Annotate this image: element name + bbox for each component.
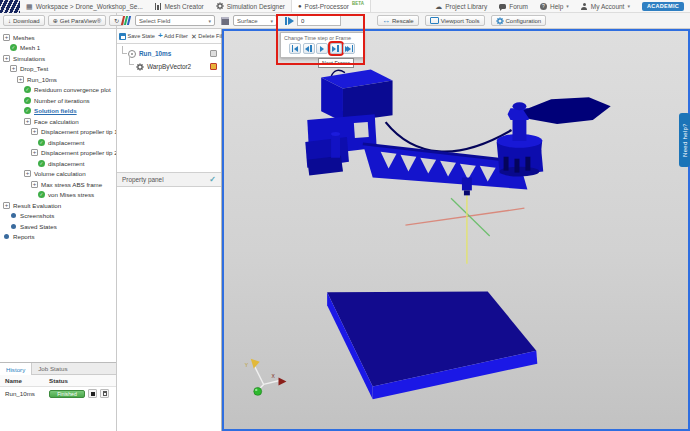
- person-icon: [581, 3, 588, 10]
- property-panel-header[interactable]: Property panel ✓: [117, 172, 221, 187]
- my-account-menu[interactable]: My Account ▾: [575, 3, 636, 10]
- expand-icon[interactable]: +: [31, 149, 38, 156]
- frame-number-input[interactable]: [297, 15, 341, 26]
- tree-item-simulations[interactable]: +Simulations: [0, 53, 116, 64]
- forum-link[interactable]: Forum: [493, 3, 534, 10]
- pipeline-status-icon[interactable]: [210, 50, 217, 57]
- next-frame-button[interactable]: [330, 43, 342, 54]
- delete-button[interactable]: [100, 389, 109, 398]
- filter-status-icon[interactable]: [210, 63, 217, 70]
- render-viewport[interactable]: Y X: [222, 29, 690, 431]
- tree-item-number-iterations[interactable]: ✓Number of iterations: [0, 95, 116, 106]
- apply-check-icon[interactable]: ✓: [209, 175, 216, 184]
- bullet-icon: [4, 234, 9, 239]
- workspace-label: Workspace > Drone_Workshop_Se...: [36, 3, 143, 10]
- tree-item-disp-prop-tip-2[interactable]: +Displacement propeller tip 2: [0, 148, 116, 159]
- cloud-icon: ☁: [435, 3, 442, 10]
- tab-history[interactable]: History: [0, 363, 32, 375]
- paraview-logo-icon: [121, 16, 131, 25]
- column-name: Name: [5, 377, 49, 384]
- get-paraview-button[interactable]: ⊕ Get ParaView®: [48, 15, 106, 26]
- top-navbar: ▦ Workspace > Drone_Workshop_Se... Mesh …: [0, 0, 690, 13]
- tree-item-drop-test[interactable]: +Drop_Test: [0, 64, 116, 75]
- chevron-down-icon: ▾: [208, 18, 211, 24]
- drone-model: [305, 70, 610, 196]
- check-icon: ✓: [38, 139, 45, 146]
- save-state-button[interactable]: Save State: [119, 33, 155, 40]
- tree-item-face-calculation[interactable]: +Face calculation: [0, 116, 116, 127]
- configuration-button[interactable]: Configuration: [491, 15, 547, 26]
- history-tabs: History Job Status: [0, 363, 116, 375]
- play-button[interactable]: [316, 43, 328, 54]
- workspace-breadcrumb[interactable]: ▦ Workspace > Drone_Workshop_Se...: [20, 0, 149, 12]
- mesh-creator-icon: [155, 3, 162, 10]
- tree-item-displacement-2[interactable]: ✓displacement: [0, 158, 116, 169]
- configuration-gear-icon: [496, 17, 504, 25]
- app-logo[interactable]: [0, 0, 20, 13]
- academic-badge: ACADEMIC: [642, 2, 684, 11]
- chevron-down-icon: ▾: [627, 3, 630, 9]
- step-frame-icon[interactable]: [285, 17, 294, 25]
- tab-simulation-designer[interactable]: Simulation Designer: [210, 0, 291, 12]
- check-icon: ✓: [10, 44, 17, 51]
- tree-item-reports[interactable]: Reports: [0, 232, 116, 243]
- add-filter-button[interactable]: + Add Filter: [158, 32, 188, 40]
- speech-bubble-icon: [499, 4, 506, 9]
- run-name: Run_10ms: [5, 390, 49, 397]
- tree-item-solution-fields[interactable]: ✓Solution fields: [0, 106, 116, 117]
- bullet-icon: [11, 213, 16, 218]
- tab-post-processor[interactable]: ● Post-Processor BETA: [291, 0, 371, 12]
- table-row[interactable]: Run_10ms Finished: [0, 387, 116, 400]
- tab-job-status[interactable]: Job Status: [32, 363, 73, 374]
- tree-connector: [122, 46, 127, 54]
- need-help-tab[interactable]: Need help?: [679, 113, 690, 167]
- tree-item-max-stress-abs-frame[interactable]: +Max stress ABS frame: [0, 179, 116, 190]
- representation-cube-icon: [221, 17, 229, 25]
- tree-item-screenshots[interactable]: Screenshots: [0, 211, 116, 222]
- tree-item-run-10ms[interactable]: +Run_10ms: [0, 74, 116, 85]
- first-frame-button[interactable]: [289, 43, 301, 54]
- x-axis-label: X: [272, 374, 276, 379]
- expand-icon[interactable]: +: [3, 55, 10, 62]
- tree-item-disp-prop-tip-1[interactable]: +Displacement propeller tip 1: [0, 127, 116, 138]
- tree-item-displacement-1[interactable]: ✓displacement: [0, 137, 116, 148]
- tree-item-residuum-plot[interactable]: ✓Residuum convergence plot: [0, 85, 116, 96]
- representation-dropdown[interactable]: Surface ▾: [233, 15, 277, 26]
- expand-icon[interactable]: +: [3, 202, 10, 209]
- tree-item-meshes[interactable]: +Meshes: [0, 32, 116, 43]
- tab-mesh-creator[interactable]: Mesh Creator: [149, 0, 210, 12]
- download-button[interactable]: ↓ Download: [3, 15, 45, 26]
- expand-icon[interactable]: +: [17, 76, 24, 83]
- globe-icon: ⊕: [53, 17, 58, 24]
- expand-icon[interactable]: +: [24, 170, 31, 177]
- workspace-grid-icon: ▦: [26, 3, 33, 10]
- viewport-tools-button[interactable]: Viewport Tools: [425, 15, 485, 26]
- previous-frame-button[interactable]: [303, 43, 315, 54]
- select-field-dropdown[interactable]: Select Field ▾: [135, 15, 215, 26]
- tree-item-volume-calculation[interactable]: +Volume calculation: [0, 169, 116, 180]
- project-library-link[interactable]: ☁ Project Library: [429, 3, 493, 10]
- tree-item-von-mises-stress[interactable]: ✓von Mises stress: [0, 190, 116, 201]
- pipeline-tree: Run_10ms WarpByVector2: [117, 44, 221, 77]
- tree-item-saved-states[interactable]: Saved States: [0, 221, 116, 232]
- download-icon: ↓: [8, 18, 11, 24]
- render-canvas[interactable]: Y X: [224, 31, 688, 429]
- tree-item-mesh-1[interactable]: ✓Mesh 1: [0, 43, 116, 54]
- expand-icon[interactable]: +: [3, 34, 10, 41]
- x-axis-arrow: [279, 378, 287, 386]
- stop-button[interactable]: [88, 389, 97, 398]
- expand-icon[interactable]: +: [24, 118, 31, 125]
- column-status: Status: [49, 377, 68, 384]
- delete-icon: ✕: [191, 33, 197, 40]
- last-frame-button[interactable]: [343, 43, 355, 54]
- help-menu[interactable]: ? Help ▾: [534, 3, 575, 10]
- expand-icon[interactable]: +: [31, 128, 38, 135]
- rescale-button[interactable]: ↔ Rescale: [377, 15, 419, 26]
- expand-icon[interactable]: +: [31, 181, 38, 188]
- tree-item-result-evaluation[interactable]: +Result Evaluation: [0, 200, 116, 211]
- popup-title: Change Time step or Frame: [284, 35, 360, 41]
- check-icon: ✓: [24, 86, 31, 93]
- expand-icon[interactable]: +: [10, 65, 17, 72]
- stop-icon: [91, 392, 95, 396]
- beta-badge: BETA: [352, 1, 364, 6]
